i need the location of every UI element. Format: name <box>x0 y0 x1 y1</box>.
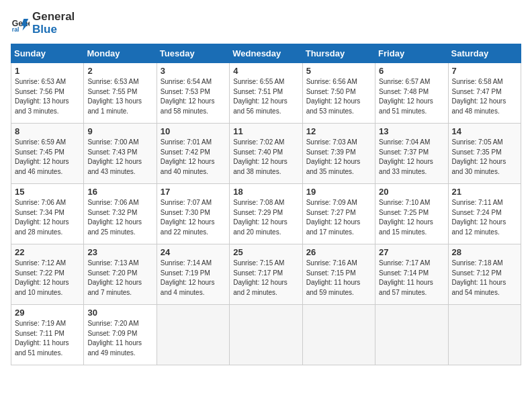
day-info: Sunrise: 6:54 AMSunset: 7:53 PMDaylight:… <box>161 77 226 116</box>
calendar-cell: 29 Sunrise: 7:19 AMSunset: 7:11 PMDaylig… <box>11 305 84 365</box>
day-number: 19 <box>306 187 371 197</box>
day-info: Sunrise: 7:08 AMSunset: 7:29 PMDaylight:… <box>233 198 298 237</box>
calendar-cell: 13 Sunrise: 7:04 AMSunset: 7:37 PMDaylig… <box>375 124 448 184</box>
day-info: Sunrise: 6:53 AMSunset: 7:55 PMDaylight:… <box>87 77 152 116</box>
day-number: 17 <box>161 187 226 197</box>
day-number: 23 <box>87 247 152 257</box>
day-number: 29 <box>15 308 80 318</box>
day-number: 20 <box>379 187 444 197</box>
calendar-cell: 2 Sunrise: 6:53 AMSunset: 7:55 PMDayligh… <box>84 63 157 124</box>
calendar-cell: 6 Sunrise: 6:57 AMSunset: 7:48 PMDayligh… <box>375 63 448 124</box>
weekday-header-thursday: Thursday <box>302 44 375 63</box>
day-number: 18 <box>233 187 298 197</box>
calendar-cell: 30 Sunrise: 7:20 AMSunset: 7:09 PMDaylig… <box>84 305 157 365</box>
day-number: 15 <box>15 187 80 197</box>
calendar-cell: 22 Sunrise: 7:12 AMSunset: 7:22 PMDaylig… <box>11 244 84 305</box>
logo-line1: General <box>32 11 75 24</box>
calendar-week-2: 8 Sunrise: 6:59 AMSunset: 7:45 PMDayligh… <box>11 124 521 184</box>
calendar-cell: 23 Sunrise: 7:13 AMSunset: 7:20 PMDaylig… <box>84 244 157 305</box>
day-info: Sunrise: 7:19 AMSunset: 7:11 PMDaylight:… <box>15 319 80 358</box>
day-number: 2 <box>87 66 152 76</box>
calendar-cell <box>375 305 448 365</box>
day-info: Sunrise: 7:17 AMSunset: 7:14 PMDaylight:… <box>379 259 444 298</box>
calendar-cell: 12 Sunrise: 7:03 AMSunset: 7:39 PMDaylig… <box>302 124 375 184</box>
day-number: 12 <box>306 126 371 136</box>
day-info: Sunrise: 6:53 AMSunset: 7:56 PMDaylight:… <box>15 77 80 116</box>
calendar-cell: 24 Sunrise: 7:14 AMSunset: 7:19 PMDaylig… <box>157 244 229 305</box>
day-info: Sunrise: 7:00 AMSunset: 7:43 PMDaylight:… <box>87 138 152 177</box>
day-number: 30 <box>87 308 152 318</box>
day-info: Sunrise: 7:01 AMSunset: 7:42 PMDaylight:… <box>161 138 226 177</box>
calendar-cell: 17 Sunrise: 7:07 AMSunset: 7:30 PMDaylig… <box>157 184 229 244</box>
calendar-week-5: 29 Sunrise: 7:19 AMSunset: 7:11 PMDaylig… <box>11 305 521 365</box>
day-number: 14 <box>452 126 517 136</box>
day-number: 3 <box>161 66 226 76</box>
weekday-header-tuesday: Tuesday <box>157 44 229 63</box>
calendar-cell: 16 Sunrise: 7:06 AMSunset: 7:32 PMDaylig… <box>84 184 157 244</box>
day-info: Sunrise: 6:55 AMSunset: 7:51 PMDaylight:… <box>233 77 298 116</box>
day-info: Sunrise: 7:11 AMSunset: 7:24 PMDaylight:… <box>452 198 517 237</box>
day-info: Sunrise: 7:13 AMSunset: 7:20 PMDaylight:… <box>87 259 152 298</box>
calendar-cell: 21 Sunrise: 7:11 AMSunset: 7:24 PMDaylig… <box>448 184 521 244</box>
day-info: Sunrise: 7:05 AMSunset: 7:35 PMDaylight:… <box>452 138 517 177</box>
day-info: Sunrise: 7:16 AMSunset: 7:15 PMDaylight:… <box>306 259 371 298</box>
day-info: Sunrise: 7:20 AMSunset: 7:09 PMDaylight:… <box>87 319 152 358</box>
calendar-week-4: 22 Sunrise: 7:12 AMSunset: 7:22 PMDaylig… <box>11 244 521 305</box>
calendar-cell: 26 Sunrise: 7:16 AMSunset: 7:15 PMDaylig… <box>302 244 375 305</box>
calendar-cell: 9 Sunrise: 7:00 AMSunset: 7:43 PMDayligh… <box>84 124 157 184</box>
weekday-header-sunday: Sunday <box>11 44 84 63</box>
calendar-body: 1 Sunrise: 6:53 AMSunset: 7:56 PMDayligh… <box>11 63 521 365</box>
weekday-header-friday: Friday <box>375 44 448 63</box>
svg-text:ral: ral <box>12 26 19 33</box>
day-info: Sunrise: 7:03 AMSunset: 7:39 PMDaylight:… <box>306 138 371 177</box>
calendar-cell: 11 Sunrise: 7:02 AMSunset: 7:40 PMDaylig… <box>230 124 302 184</box>
day-number: 22 <box>15 247 80 257</box>
day-number: 6 <box>379 66 444 76</box>
calendar-cell: 5 Sunrise: 6:56 AMSunset: 7:50 PMDayligh… <box>302 63 375 124</box>
day-number: 1 <box>15 66 80 76</box>
day-number: 4 <box>233 66 298 76</box>
weekday-header-saturday: Saturday <box>448 44 521 63</box>
calendar-table: SundayMondayTuesdayWednesdayThursdayFrid… <box>11 44 521 365</box>
calendar-cell: 14 Sunrise: 7:05 AMSunset: 7:35 PMDaylig… <box>448 124 521 184</box>
calendar-cell: 4 Sunrise: 6:55 AMSunset: 7:51 PMDayligh… <box>230 63 302 124</box>
day-number: 7 <box>452 66 517 76</box>
day-info: Sunrise: 6:57 AMSunset: 7:48 PMDaylight:… <box>379 77 444 116</box>
calendar-cell: 10 Sunrise: 7:01 AMSunset: 7:42 PMDaylig… <box>157 124 229 184</box>
day-number: 5 <box>306 66 371 76</box>
calendar-cell: 25 Sunrise: 7:15 AMSunset: 7:17 PMDaylig… <box>230 244 302 305</box>
calendar-cell: 3 Sunrise: 6:54 AMSunset: 7:53 PMDayligh… <box>157 63 229 124</box>
day-number: 21 <box>452 187 517 197</box>
day-info: Sunrise: 7:10 AMSunset: 7:25 PMDaylight:… <box>379 198 444 237</box>
calendar-cell: 18 Sunrise: 7:08 AMSunset: 7:29 PMDaylig… <box>230 184 302 244</box>
day-info: Sunrise: 6:56 AMSunset: 7:50 PMDaylight:… <box>306 77 371 116</box>
day-info: Sunrise: 7:09 AMSunset: 7:27 PMDaylight:… <box>306 198 371 237</box>
calendar-week-3: 15 Sunrise: 7:06 AMSunset: 7:34 PMDaylig… <box>11 184 521 244</box>
day-info: Sunrise: 7:15 AMSunset: 7:17 PMDaylight:… <box>233 259 298 298</box>
calendar-cell <box>230 305 302 365</box>
calendar-cell <box>302 305 375 365</box>
calendar-week-1: 1 Sunrise: 6:53 AMSunset: 7:56 PMDayligh… <box>11 63 521 124</box>
day-info: Sunrise: 6:59 AMSunset: 7:45 PMDaylight:… <box>15 138 80 177</box>
day-info: Sunrise: 7:14 AMSunset: 7:19 PMDaylight:… <box>161 259 226 298</box>
day-number: 13 <box>379 126 444 136</box>
calendar-cell: 28 Sunrise: 7:18 AMSunset: 7:12 PMDaylig… <box>448 244 521 305</box>
day-info: Sunrise: 6:58 AMSunset: 7:47 PMDaylight:… <box>452 77 517 116</box>
day-number: 8 <box>15 126 80 136</box>
day-number: 28 <box>452 247 517 257</box>
weekday-header-wednesday: Wednesday <box>230 44 302 63</box>
day-number: 25 <box>233 247 298 257</box>
day-info: Sunrise: 7:04 AMSunset: 7:37 PMDaylight:… <box>379 138 444 177</box>
day-info: Sunrise: 7:12 AMSunset: 7:22 PMDaylight:… <box>15 259 80 298</box>
calendar-cell <box>448 305 521 365</box>
weekday-header-monday: Monday <box>84 44 157 63</box>
day-number: 10 <box>161 126 226 136</box>
calendar-cell: 19 Sunrise: 7:09 AMSunset: 7:27 PMDaylig… <box>302 184 375 244</box>
day-number: 11 <box>233 126 298 136</box>
day-number: 27 <box>379 247 444 257</box>
calendar-cell: 1 Sunrise: 6:53 AMSunset: 7:56 PMDayligh… <box>11 63 84 124</box>
day-number: 16 <box>87 187 152 197</box>
day-info: Sunrise: 7:07 AMSunset: 7:30 PMDaylight:… <box>161 198 226 237</box>
calendar-cell: 7 Sunrise: 6:58 AMSunset: 7:47 PMDayligh… <box>448 63 521 124</box>
day-number: 26 <box>306 247 371 257</box>
